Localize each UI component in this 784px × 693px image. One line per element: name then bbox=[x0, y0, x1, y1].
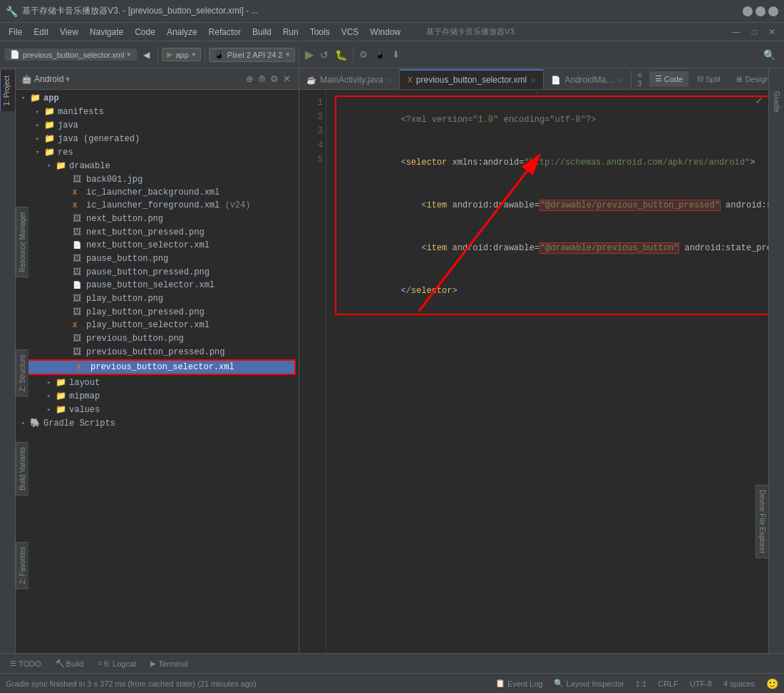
todo-label: TODO bbox=[19, 659, 41, 668]
tab-prev-selector-label: previous_button_selector.xml bbox=[416, 75, 527, 85]
split-mode-btn[interactable]: ⊟ Split bbox=[691, 71, 726, 87]
menu-code[interactable]: Code bbox=[129, 26, 161, 38]
layout-inspector-btn[interactable]: 🔍 Layout Inspector bbox=[554, 679, 624, 688]
tree-item-pause-selector[interactable]: 📄 pause_button_selector.xml bbox=[16, 279, 299, 292]
tree-item-ic-bg[interactable]: X ic_launcher_background.xml bbox=[16, 186, 299, 199]
avd-button[interactable]: 📱 bbox=[372, 49, 388, 60]
code-mode-btn[interactable]: ☰ Code bbox=[649, 71, 688, 87]
settings-icon[interactable]: ⚙ bbox=[270, 73, 279, 84]
values-arrow: ▸ bbox=[47, 406, 56, 414]
line-numbers: 1 2 3 4 5 bbox=[299, 90, 326, 653]
tree-item-play-selector[interactable]: X play_button_selector.xml bbox=[16, 319, 299, 332]
tree-item-pause-pressed[interactable]: 🖼 pause_button_pressed.png bbox=[16, 265, 299, 279]
debug-button[interactable]: 🐛 bbox=[333, 49, 349, 61]
window-close[interactable]: ✕ bbox=[763, 27, 781, 37]
tree-item-play-pressed[interactable]: 🖼 play_button_pressed.png bbox=[16, 305, 299, 319]
tab-manifest-close[interactable]: ✕ bbox=[618, 76, 624, 84]
app-config-dropdown[interactable]: ▶ app ▾ bbox=[162, 48, 200, 61]
run-button[interactable]: ▶ bbox=[303, 48, 316, 61]
code-content-area[interactable]: <?xml version="1.0" encoding="utf-8"?> <… bbox=[326, 90, 768, 653]
menu-run[interactable]: Run bbox=[277, 26, 304, 38]
search-everywhere-button[interactable]: 🔍 bbox=[759, 49, 780, 61]
refresh-button[interactable]: ↺ bbox=[318, 49, 331, 61]
back-button[interactable]: ◀ bbox=[139, 48, 154, 62]
panel-header: 🤖 Android ▾ ⊕ ⟰ ⚙ ✕ bbox=[16, 68, 299, 90]
tab-prev-selector-close[interactable]: ✕ bbox=[530, 76, 536, 84]
bottom-tab-todo[interactable]: ☰ TODO bbox=[6, 658, 46, 669]
ic-fg-icon: X bbox=[73, 202, 84, 210]
minimize-btn[interactable] bbox=[743, 6, 753, 16]
menu-file[interactable]: File bbox=[3, 26, 28, 38]
device-file-explorer-tab[interactable]: Device File Explorer bbox=[755, 485, 768, 558]
gradle-side-tab[interactable]: Gradle bbox=[770, 86, 783, 118]
title-text: 基于存储卡音乐播放器V3. - [previous_button_selecto… bbox=[22, 5, 743, 17]
file-tab-dropdown[interactable]: ▾ bbox=[127, 50, 131, 59]
tree-item-mipmap[interactable]: ▸ 📁 mipmap bbox=[16, 389, 299, 403]
sdk-button[interactable]: ⬇ bbox=[390, 49, 402, 60]
menu-vcs[interactable]: VCS bbox=[336, 26, 365, 38]
device-label: Pixel 2 API 24 2 bbox=[227, 51, 283, 59]
menu-view[interactable]: View bbox=[54, 26, 84, 38]
close-panel-icon[interactable]: ✕ bbox=[283, 73, 291, 84]
menu-window[interactable]: Window bbox=[364, 26, 406, 38]
tree-item-next-pressed[interactable]: 🖼 next_button_pressed.png bbox=[16, 225, 299, 239]
add-scope-icon[interactable]: ⊕ bbox=[246, 73, 254, 84]
build-variants-tab[interactable]: Build Variants bbox=[16, 442, 29, 496]
tree-item-drawable[interactable]: ▾ 📁 drawable bbox=[16, 159, 299, 173]
tree-item-back001[interactable]: 🖼 back001.jpg bbox=[16, 173, 299, 186]
event-log-btn[interactable]: 📋 Event Log bbox=[495, 679, 543, 688]
tree-item-manifests[interactable]: ▸ 📁 manifests bbox=[16, 105, 299, 118]
tree-item-next-selector[interactable]: 📄 next_button_selector.xml bbox=[16, 239, 299, 252]
tree-item-ic-fg[interactable]: X ic_launcher_foreground.xml (v24) bbox=[16, 199, 299, 212]
tree-item-values[interactable]: ▸ 📁 values bbox=[16, 403, 299, 416]
tree-item-next-btn[interactable]: 🖼 next_button.png bbox=[16, 212, 299, 225]
menu-navigate[interactable]: Navigate bbox=[84, 26, 129, 38]
tree-item-app[interactable]: ▾ 📁 app bbox=[16, 91, 299, 105]
tree-item-play-btn[interactable]: 🖼 play_button.png bbox=[16, 292, 299, 305]
project-side-tab[interactable]: 1: Project bbox=[0, 70, 15, 111]
device-icon: 📱 bbox=[214, 50, 225, 60]
tree-item-res[interactable]: ▾ 📁 res bbox=[16, 145, 299, 159]
gradle-icon: 🐘 bbox=[30, 418, 41, 428]
tab-androidmanifest[interactable]: 📄 AndroidMa… ✕ bbox=[544, 69, 631, 89]
menu-build[interactable]: Build bbox=[247, 26, 277, 38]
window-minimize[interactable]: — bbox=[726, 27, 746, 37]
more-tabs-indicator[interactable]: ≡ 3 bbox=[631, 71, 647, 88]
tree-item-java-generated[interactable]: ▸ 📁 java (generated) bbox=[16, 132, 299, 145]
window-restore[interactable]: □ bbox=[746, 27, 763, 37]
close-btn[interactable] bbox=[768, 6, 778, 16]
sync-button[interactable]: ⚙ bbox=[357, 49, 370, 60]
file-tab[interactable]: 📄 previous_button_selector.xml ▾ bbox=[4, 48, 137, 61]
device-dropdown[interactable]: 📱 Pixel 2 API 24 2 ▾ bbox=[209, 48, 295, 62]
file-tab-name: previous_button_selector.xml bbox=[23, 51, 124, 59]
maximize-btn[interactable] bbox=[755, 6, 765, 16]
app-config-label: app bbox=[175, 51, 188, 59]
drawable-arrow: ▾ bbox=[47, 162, 56, 170]
menu-refactor[interactable]: Refactor bbox=[203, 26, 247, 38]
tree-item-java[interactable]: ▸ 📁 java bbox=[16, 118, 299, 132]
menu-tools[interactable]: Tools bbox=[304, 26, 336, 38]
bottom-tab-build[interactable]: 🔨 Build bbox=[51, 658, 88, 669]
menu-edit[interactable]: Edit bbox=[28, 26, 54, 38]
tab-mainactivity-close[interactable]: ✕ bbox=[386, 76, 392, 84]
tree-item-pause-btn[interactable]: 🖼 pause_button.png bbox=[16, 252, 299, 265]
collapse-all-icon[interactable]: ⟰ bbox=[258, 73, 266, 84]
tree-item-gradle[interactable]: ▸ 🐘 Gradle Scripts bbox=[16, 416, 299, 430]
bottom-tab-logcat[interactable]: = 6: Logcat bbox=[93, 658, 140, 669]
app-arrow: ▾ bbox=[21, 94, 30, 102]
tree-item-layout[interactable]: ▸ 📁 layout bbox=[16, 376, 299, 389]
favorites-tab[interactable]: 2: Favorites bbox=[16, 542, 29, 589]
menu-analyze[interactable]: Analyze bbox=[161, 26, 203, 38]
resource-manager-tab[interactable]: Resource Manager bbox=[16, 207, 29, 277]
tree-item-prev-btn[interactable]: 🖼 previous_button.png bbox=[16, 332, 299, 345]
tree-item-prev-selector[interactable]: X previous_button_selector.xml bbox=[19, 359, 296, 375]
design-mode-btn[interactable]: 🖥 Design bbox=[729, 71, 768, 87]
tab-prev-selector[interactable]: X previous_button_selector.xml ✕ bbox=[400, 69, 544, 89]
android-dropdown[interactable]: 🤖 Android ▾ bbox=[21, 74, 70, 84]
z-structure-tab[interactable]: Z: Structure bbox=[16, 349, 29, 396]
tree-item-prev-pressed[interactable]: 🖼 previous_button_pressed.png bbox=[16, 345, 299, 359]
code-editor: 1 2 3 4 5 <?xml version="1.0" encoding="… bbox=[299, 90, 768, 653]
tab-mainactivity[interactable]: ☕ MainActivity.java ✕ bbox=[299, 69, 400, 89]
code-line-3: <item android:drawable="@drawable/previo… bbox=[339, 184, 768, 227]
bottom-tab-terminal[interactable]: ▶ Terminal bbox=[146, 658, 192, 669]
